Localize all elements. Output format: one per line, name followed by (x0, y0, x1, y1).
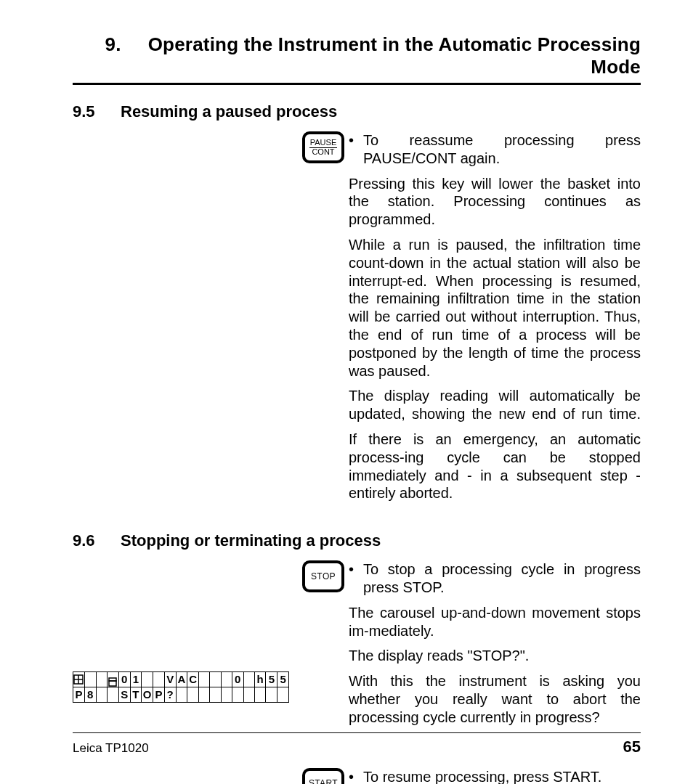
lcd-cell: C (187, 671, 199, 687)
lcd-cell (210, 687, 221, 702)
lcd-cell (96, 671, 107, 687)
lcd-cell: h (254, 671, 266, 687)
section-9-6-start: START •To resume processing, press START… (73, 768, 641, 784)
lcd-cell (187, 687, 199, 702)
lcd-cell: P (73, 687, 85, 702)
lcd-cell (221, 687, 232, 702)
lcd-cell: A (176, 671, 187, 687)
lcd-cell (243, 687, 254, 702)
lcd-cell: 5 (266, 671, 277, 687)
s95-p2: While a run is paused, the infiltration … (349, 236, 641, 380)
lcd-cell: ? (164, 687, 176, 702)
lcd-cell (199, 687, 210, 702)
lcd-cell (107, 687, 118, 702)
s95-p3: The display reading will automatically b… (349, 387, 641, 423)
section-title: Resuming a paused process (121, 102, 337, 121)
pause-cont-key-icon: PAUSE CONT (302, 131, 344, 163)
lcd-cell (277, 687, 289, 702)
lcd-cell (142, 671, 153, 687)
bullet-icon: • (349, 560, 363, 597)
stop-key-icon: STOP (302, 560, 344, 592)
lcd-cell (84, 671, 96, 687)
bullet-icon: • (349, 768, 363, 784)
s95-p4: If there is an emergency, an automatic p… (349, 430, 641, 502)
lcd-cell (210, 671, 221, 687)
lcd-cell (96, 687, 107, 702)
divider (73, 83, 641, 85)
key-label-bottom: CONT (312, 148, 334, 157)
lcd-cell: T (130, 687, 142, 702)
key-label-top: PAUSE (309, 139, 337, 148)
chapter-text: Operating the Instrument in the Automati… (148, 33, 641, 78)
lcd-cell: P (153, 687, 165, 702)
basket-icon (107, 671, 118, 687)
chapter-title: 9. Operating the Instrument in the Autom… (73, 33, 641, 83)
lcd-cell: 5 (277, 671, 289, 687)
section-title: Stopping or terminating a process (121, 531, 381, 550)
key-label: START (308, 779, 339, 784)
lcd-cell: V (164, 671, 176, 687)
s96-p2: The display reads "STOP?". (349, 647, 641, 665)
footer-product: Leica TP1020 (73, 741, 149, 756)
chapter-num: 9. (105, 33, 121, 55)
section-9-5-body: PAUSE CONT •To reassume processing press… (73, 131, 641, 510)
lcd-cell: O (142, 687, 153, 702)
lcd-cell: 1 (130, 671, 142, 687)
divider (73, 732, 641, 733)
lcd-cell: 8 (84, 687, 96, 702)
start-key-icon: START (302, 768, 344, 784)
s96-bullet2: To resume processing, press START. (363, 768, 641, 784)
lcd-cell (153, 671, 165, 687)
section-num: 9.6 (73, 531, 105, 550)
lcd-cell (232, 687, 243, 702)
section-9-6: 9.6 Stopping or terminating a process (73, 531, 641, 550)
key-label: STOP (310, 572, 336, 581)
s96-p3: With this the instrument is asking you w… (349, 672, 641, 726)
lcd-cell (199, 671, 210, 687)
lcd-cell: 0 (232, 671, 243, 687)
s95-bullet1: To reassume processing press PAUSE/CONT … (363, 131, 641, 168)
svg-rect-4 (109, 678, 116, 681)
s96-bullet1: To stop a processing cycle in progress p… (363, 560, 641, 597)
bullet-icon: • (349, 131, 363, 168)
page-number: 65 (623, 738, 641, 756)
lcd-cell (266, 687, 277, 702)
s96-p1: The carousel up-and-down movement stops … (349, 604, 641, 640)
lcd-cell (176, 687, 187, 702)
s95-p1: Pressing this key will lower the basket … (349, 175, 641, 229)
display-lcd-1: 01VAC0h55 P8STOP? (73, 671, 289, 703)
lcd-cell (254, 687, 266, 702)
lcd-cell (221, 671, 232, 687)
grid-icon (73, 671, 85, 687)
lcd-cell (243, 671, 254, 687)
svg-rect-3 (109, 681, 116, 686)
page: 9. Operating the Instrument in the Autom… (0, 0, 693, 784)
section-9-5: 9.5 Resuming a paused process (73, 102, 641, 121)
section-num: 9.5 (73, 102, 105, 121)
lcd-cell: S (118, 687, 130, 702)
footer: Leica TP1020 65 (73, 732, 641, 756)
lcd-cell: 0 (118, 671, 130, 687)
